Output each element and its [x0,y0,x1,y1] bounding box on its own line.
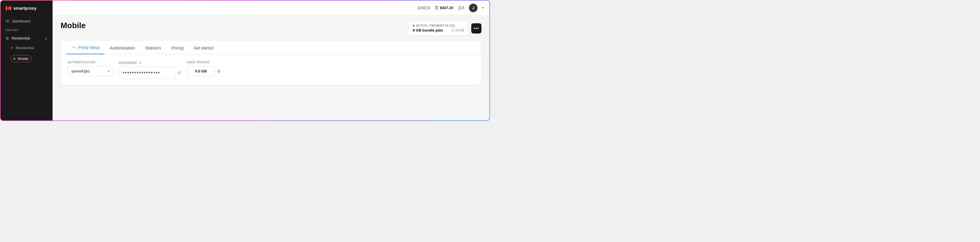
traffic-value: 0.0 GB [187,66,215,76]
content-area: Mobile ACTIVE / PAYMENT IN 31D. 8 GB bun… [52,15,490,120]
avatar-chevron-icon[interactable]: ▾ [482,6,484,9]
sidebar-item-dashboard-label: Dashboard [12,19,30,23]
main-card: → Proxy setup Authentication Statistics … [60,40,482,85]
tab-authentication-label: Authentication [110,46,135,50]
refresh-icon[interactable]: ↺ [177,70,181,76]
auth-chevron-icon: ▾ [108,69,110,73]
residential-label: Residential [12,36,30,40]
traffic-field: USED TRAFFIC 0.0 GB ⚙ [187,61,221,76]
residential-sub-label: Residential [16,46,34,50]
plan-status-text: ACTIVE / PAYMENT IN 31D. [416,24,456,27]
language-icon[interactable]: 文A [458,5,465,11]
mobile-dot [13,58,15,60]
logo-icon [6,6,11,11]
residential-dot [11,47,13,49]
plan-name: 8 GB bundle plan [413,28,443,32]
sidebar-item-dashboard[interactable]: ⊞ Dashboard [0,16,52,27]
tabs-bar: → Proxy setup Authentication Statistics … [61,40,481,55]
proxies-section-label: PROXIES [0,27,52,33]
main-area: (USD) $ 🗒 $447.20 文A J ▾ Mobile [52,0,490,120]
tab-statistics-label: Statistics [145,46,161,50]
password-field: PASSWORD ⊘ •••••••••••••••• ↺ [119,61,181,79]
user-avatar[interactable]: J [469,4,477,12]
residential-icon: ⊙ [6,36,9,40]
wallet-icon: 🗒 [434,6,439,10]
traffic-input-row: 0.0 GB ⚙ [187,66,221,76]
sidebar: smartproxy ⊞ Dashboard PROXIES ⊙ Residen… [0,0,52,120]
page-title: Mobile [60,21,86,30]
arrow-icon: → [71,44,76,50]
plan-name-row: 8 GB bundle plan 0 / 8 GB [413,28,464,32]
traffic-amount: 0.0 GB [195,69,207,73]
currency-label: (USD) $ [417,6,430,10]
balance-display: 🗒 $447.20 [434,6,453,10]
plan-details: ACTIVE / PAYMENT IN 31D. 8 GB bundle pla… [413,24,464,32]
tab-proxy-setup[interactable]: → Proxy setup [67,40,104,54]
balance-amount: $447.20 [440,6,453,10]
plan-usage: 0 / 8 GB [452,28,464,32]
sidebar-item-mobile[interactable]: Mobile [0,52,52,65]
password-input[interactable]: •••••••••••••••• [119,67,176,79]
residential-header-left: ⊙ Residential [6,36,30,40]
form-section: AUTHENTICATION spnxo91jkz ▾ PASSWORD ⊘ [61,55,481,85]
dashboard-icon: ⊞ [6,19,10,24]
tab-statistics[interactable]: Statistics [141,42,166,54]
tab-get-started[interactable]: Get started [189,42,218,54]
avatar-letter: J [472,6,474,10]
residential-group-header[interactable]: ⊙ Residential ▲ [0,33,52,43]
password-input-row: •••••••••••••••• ↺ [119,67,181,79]
chevron-up-icon: ▲ [45,36,48,40]
password-label: PASSWORD [119,61,137,65]
auth-select[interactable]: spnxo91jkz ▾ [68,66,113,76]
dots-icon: ••• [474,26,479,31]
mobile-label: Mobile [18,57,29,61]
plan-menu-button[interactable]: ••• [471,23,482,33]
logo-text: smartproxy [13,6,37,11]
tab-pricing-label: Pricing [172,46,184,50]
tab-get-started-label: Get started [194,46,213,50]
sidebar-item-residential[interactable]: Residential [0,43,52,52]
tab-authentication[interactable]: Authentication [105,42,140,54]
mobile-outline: Mobile [11,55,32,62]
auth-label: AUTHENTICATION [68,61,113,64]
logo: smartproxy [0,0,52,16]
active-status-dot [413,25,415,27]
tab-pricing[interactable]: Pricing [167,42,188,54]
page-header: Mobile ACTIVE / PAYMENT IN 31D. 8 GB bun… [60,21,482,35]
plan-info-card: ACTIVE / PAYMENT IN 31D. 8 GB bundle pla… [409,21,468,35]
password-dots: •••••••••••••••• [123,70,160,76]
settings-icon[interactable]: ⚙ [217,69,221,74]
topbar: (USD) $ 🗒 $447.20 文A J ▾ [52,0,490,15]
plan-status: ACTIVE / PAYMENT IN 31D. [413,24,464,27]
tab-proxy-setup-label: Proxy setup [78,45,99,50]
traffic-label: USED TRAFFIC [187,61,221,64]
auth-value: spnxo91jkz [72,69,90,73]
auth-field: AUTHENTICATION spnxo91jkz ▾ [68,61,113,76]
residential-group: ⊙ Residential ▲ Residential Mobile [0,33,52,65]
visibility-off-icon[interactable]: ⊘ [139,61,142,65]
